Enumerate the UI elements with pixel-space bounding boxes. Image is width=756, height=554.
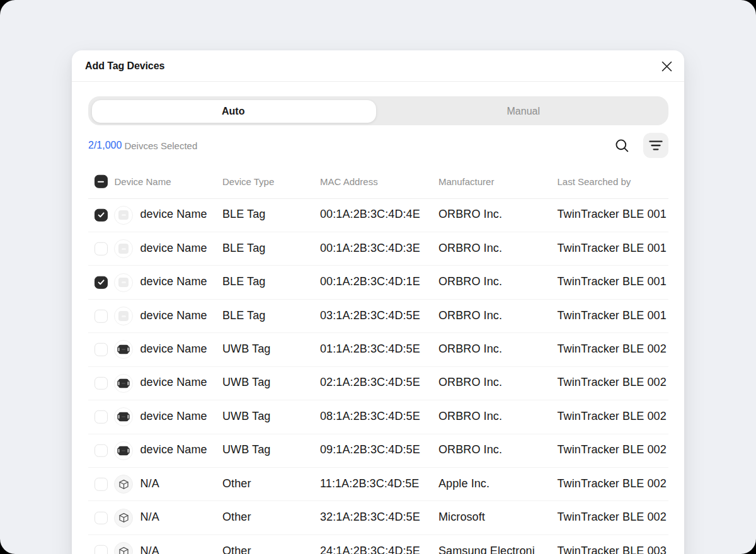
selected-count: 2/1,000	[88, 140, 122, 151]
column-header-last-searched[interactable]: Last Searched by	[558, 165, 631, 198]
row-checkbox[interactable]	[94, 208, 108, 222]
cell-mac-address: 11:1A:2B:3C:4D:5E	[320, 467, 419, 500]
cell-manufacturer: Microsoft	[438, 500, 485, 533]
cell-manufacturer: ORBRO Inc.	[438, 265, 502, 298]
row-checkbox[interactable]	[94, 410, 108, 424]
cell-manufacturer: ORBRO Inc.	[438, 332, 502, 365]
cell-mac-address: 09:1A:2B:3C:4D:5E	[320, 434, 420, 466]
cell-device-name: device Name	[140, 400, 207, 432]
cell-last-searched: TwinTracker BLE 002	[558, 500, 667, 533]
table-row[interactable]: device Name UWB Tag 02:1A:2B:3C:4D:5E OR…	[88, 367, 668, 400]
cell-device-type: Other	[222, 467, 251, 500]
selection-toolbar: 2/1,000 Deivces Selected	[88, 133, 668, 158]
devices-selected-text: 2/1,000 Deivces Selected	[88, 133, 197, 158]
row-checkbox[interactable]	[94, 511, 108, 524]
row-checkbox[interactable]	[94, 444, 108, 458]
mode-segmented-control: Auto Manual	[88, 96, 668, 126]
app-background: Add Tag Devices Auto Manual 2/1,000 Deiv…	[0, 0, 756, 554]
cell-device-type: UWB Tag	[222, 332, 270, 365]
table-row[interactable]: N/A Other 32:1A:2B:3C:4D:5E Microsoft Tw…	[88, 501, 668, 534]
tab-manual[interactable]: Manual	[379, 96, 669, 126]
cell-device-type: BLE Tag	[222, 299, 265, 332]
row-checkbox[interactable]	[94, 545, 108, 554]
cell-last-searched: TwinTracker BLE 001	[558, 198, 667, 231]
cell-last-searched: TwinTracker BLE 002	[558, 366, 667, 399]
column-header-device-type[interactable]: Device Type	[222, 165, 274, 198]
close-button[interactable]	[658, 59, 675, 75]
table-row[interactable]: device Name BLE Tag 00:1A:2B:3C:4D:3E OR…	[88, 232, 668, 266]
ble-tag-icon	[118, 311, 129, 321]
cell-manufacturer: ORBRO Inc.	[438, 434, 502, 466]
cell-device-name: device Name	[140, 265, 207, 298]
cell-manufacturer: ORBRO Inc.	[438, 232, 502, 264]
uwb-tag-icon	[117, 412, 130, 422]
select-all-checkbox[interactable]	[94, 175, 108, 188]
cell-mac-address: 00:1A:2B:3C:4D:1E	[320, 265, 420, 298]
table-row[interactable]: N/A Other 24:1A:2B:3C:4D:5E Samsung Elec…	[88, 535, 668, 554]
cell-device-name: device Name	[140, 366, 207, 399]
device-type-icon	[114, 239, 133, 258]
table-row[interactable]: device Name BLE Tag 00:1A:2B:3C:4D:1E OR…	[88, 266, 668, 299]
device-type-icon	[114, 542, 133, 554]
ble-tag-icon	[118, 210, 129, 220]
device-type-icon	[114, 441, 133, 460]
row-checkbox[interactable]	[94, 343, 108, 356]
uwb-tag-icon	[117, 378, 130, 388]
column-header-device-name[interactable]: Device Name	[115, 165, 171, 198]
filter-icon	[649, 140, 663, 150]
cell-mac-address: 00:1A:2B:3C:4D:4E	[320, 198, 420, 231]
cell-manufacturer: Samsung Electroni	[438, 534, 535, 554]
column-header-mac-address[interactable]: MAC Address	[320, 165, 378, 198]
cell-mac-address: 24:1A:2B:3C:4D:5E	[320, 534, 420, 554]
cell-last-searched: TwinTracker BLE 001	[558, 232, 667, 264]
table-row[interactable]: device Name UWB Tag 08:1A:2B:3C:4D:5E OR…	[88, 400, 668, 434]
table-row[interactable]: device Name UWB Tag 09:1A:2B:3C:4D:5E OR…	[88, 434, 668, 468]
search-icon	[614, 138, 630, 154]
cell-device-name: device Name	[140, 232, 207, 264]
other-device-icon	[118, 512, 129, 523]
cell-device-name: device Name	[140, 299, 207, 332]
device-type-icon	[114, 206, 133, 225]
device-type-icon	[114, 374, 133, 393]
search-button[interactable]	[614, 137, 630, 154]
cell-device-name: device Name	[140, 434, 207, 466]
cell-mac-address: 08:1A:2B:3C:4D:5E	[320, 400, 420, 432]
row-checkbox[interactable]	[94, 478, 108, 491]
cell-last-searched: TwinTracker BLE 002	[558, 434, 667, 466]
cell-last-searched: TwinTracker BLE 002	[558, 467, 667, 500]
cell-mac-address: 03:1A:2B:3C:4D:5E	[320, 299, 420, 332]
row-checkbox[interactable]	[94, 276, 108, 289]
row-checkbox[interactable]	[94, 377, 108, 390]
add-tag-devices-modal: Add Tag Devices Auto Manual 2/1,000 Deiv…	[72, 50, 684, 554]
uwb-tag-icon	[117, 344, 130, 354]
cell-device-name: N/A	[140, 467, 159, 500]
selected-label: Deivces Selected	[124, 140, 197, 151]
ble-tag-icon	[118, 244, 129, 254]
cell-device-name: device Name	[140, 332, 207, 365]
column-header-manufacturer[interactable]: Manufacturer	[438, 165, 494, 198]
row-checkbox[interactable]	[94, 310, 108, 323]
table-row[interactable]: device Name BLE Tag 03:1A:2B:3C:4D:5E OR…	[88, 300, 668, 333]
cell-last-searched: TwinTracker BLE 002	[558, 400, 667, 432]
row-checkbox[interactable]	[94, 242, 108, 256]
device-type-icon	[114, 273, 133, 292]
cell-manufacturer: ORBRO Inc.	[438, 400, 502, 432]
cell-device-type: UWB Tag	[222, 400, 270, 432]
uwb-tag-icon	[117, 446, 130, 456]
other-device-icon	[118, 479, 129, 490]
filter-button[interactable]	[643, 133, 668, 158]
cell-mac-address: 32:1A:2B:3C:4D:5E	[320, 500, 420, 533]
table-row[interactable]: device Name BLE Tag 00:1A:2B:3C:4D:4E OR…	[88, 199, 668, 232]
cell-manufacturer: ORBRO Inc.	[438, 299, 502, 332]
cell-device-type: BLE Tag	[222, 198, 265, 231]
table-row[interactable]: device Name UWB Tag 01:1A:2B:3C:4D:5E OR…	[88, 333, 668, 366]
close-icon	[662, 61, 672, 72]
cell-device-name: N/A	[140, 534, 159, 554]
tab-auto[interactable]: Auto	[88, 96, 379, 126]
cell-manufacturer: ORBRO Inc.	[438, 198, 502, 231]
table-row[interactable]: N/A Other 11:1A:2B:3C:4D:5E Apple Inc. T…	[88, 468, 668, 501]
cell-mac-address: 02:1A:2B:3C:4D:5E	[320, 366, 420, 399]
cell-mac-address: 00:1A:2B:3C:4D:3E	[320, 232, 420, 264]
cell-manufacturer: ORBRO Inc.	[438, 366, 502, 399]
cell-manufacturer: Apple Inc.	[438, 467, 490, 500]
